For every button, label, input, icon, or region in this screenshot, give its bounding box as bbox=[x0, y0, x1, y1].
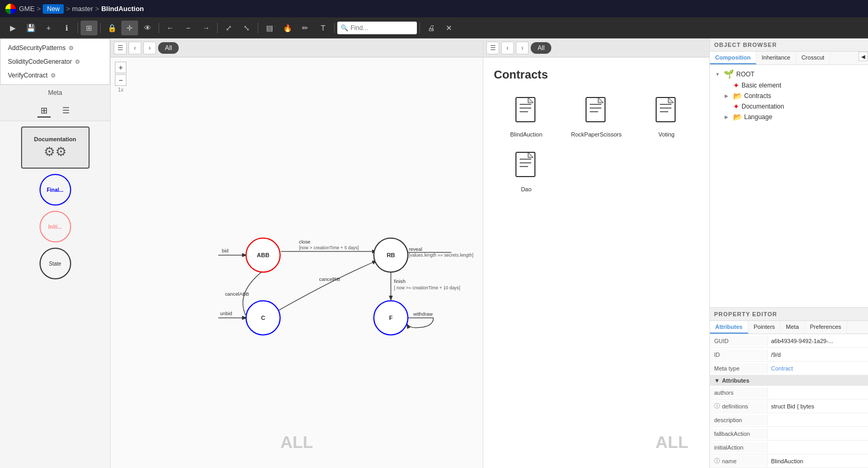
tree-root[interactable]: ▼ 🌱 ROOT bbox=[713, 68, 865, 80]
contract-rps-label: RockPaperScissors bbox=[571, 131, 622, 138]
pe-tab-meta[interactable]: Meta bbox=[781, 321, 804, 334]
fire-button[interactable]: 🔥 bbox=[279, 21, 296, 35]
sep2 bbox=[100, 23, 101, 33]
final-circle: Final... bbox=[40, 174, 71, 206]
contract-voting[interactable]: Voting bbox=[634, 92, 699, 142]
cross-button[interactable]: ✛ bbox=[121, 21, 138, 35]
zoom-level: 1x bbox=[115, 87, 126, 93]
pe-tab-attributes[interactable]: Attributes bbox=[710, 321, 748, 334]
center-tabs-bar: ☰ ‹ › All bbox=[111, 38, 483, 57]
panel-view-icons: ⊞ ☰ bbox=[0, 101, 110, 121]
pe-key-definitions: ⓘ definitions bbox=[710, 400, 768, 412]
center-list-btn[interactable]: ☰ bbox=[114, 42, 126, 54]
dash-button[interactable]: − bbox=[180, 21, 197, 35]
zoom-controls: + − 1x bbox=[115, 62, 126, 93]
doc-gears-icon: ⚙⚙ bbox=[44, 144, 67, 159]
contract-voting-label: Voting bbox=[658, 131, 675, 138]
ob-tab-crosscut[interactable]: Crosscut bbox=[796, 52, 830, 64]
pe-val-definitions[interactable]: struct Bid { bytes bbox=[768, 401, 868, 412]
pe-val-authors[interactable] bbox=[768, 391, 868, 395]
pe-tabs: Attributes Pointers Meta Preferences bbox=[710, 321, 868, 334]
pe-val-name[interactable]: BlindAuction bbox=[768, 456, 868, 466]
tree-contracts[interactable]: ▶ 📂 Contracts bbox=[723, 91, 865, 101]
section-label: Attributes bbox=[722, 377, 749, 384]
print-button[interactable]: 🖨 bbox=[423, 21, 440, 35]
close-toolbar-button[interactable]: ✕ bbox=[441, 21, 457, 35]
center-prev-btn[interactable]: ‹ bbox=[129, 42, 141, 54]
svg-text:C: C bbox=[261, 315, 265, 321]
tree-documentation[interactable]: ✦ Documentation bbox=[723, 101, 865, 112]
ob-collapse-btn[interactable]: ◀ bbox=[859, 52, 868, 61]
save-button[interactable]: 💾 bbox=[22, 21, 39, 35]
blindauction-icon bbox=[513, 96, 540, 128]
text-button[interactable]: T bbox=[315, 21, 331, 35]
gear-icon-1: ⚙ bbox=[75, 58, 80, 65]
contract-dao[interactable]: Dao bbox=[494, 147, 559, 197]
compress-button[interactable]: ⤡ bbox=[238, 21, 255, 35]
tree-basic-element[interactable]: ✦ Basic element bbox=[723, 80, 865, 91]
search-icon: 🔍 bbox=[340, 24, 348, 32]
breadcrumb-new[interactable]: New bbox=[43, 4, 64, 14]
center-tab-all[interactable]: All bbox=[158, 42, 179, 54]
breadcrumb-master: master bbox=[72, 5, 93, 13]
pe-val-metatype[interactable]: Contract bbox=[768, 363, 868, 374]
contracts-prev-btn[interactable]: ‹ bbox=[501, 42, 514, 54]
svg-text:reveal: reveal bbox=[409, 247, 422, 252]
play-button[interactable]: ▶ bbox=[4, 21, 21, 35]
pe-val-description[interactable] bbox=[768, 418, 868, 422]
info-button[interactable]: ℹ bbox=[58, 21, 75, 35]
top-bar: GME > New > master > BlindAuction bbox=[0, 0, 868, 17]
zoom-minus-btn[interactable]: − bbox=[115, 74, 126, 86]
forward-button[interactable]: → bbox=[198, 21, 214, 35]
diagram-area[interactable]: + − 1x bid close bbox=[111, 57, 483, 468]
contracts-list-btn[interactable]: ☰ bbox=[486, 42, 499, 54]
sep5 bbox=[258, 23, 258, 33]
pe-section-attributes: ▼ Attributes bbox=[710, 375, 868, 386]
pe-tab-preferences[interactable]: Preferences bbox=[805, 321, 847, 334]
palette-area: Documentation ⚙⚙ Final... Initi... State bbox=[0, 121, 110, 468]
back-button[interactable]: ← bbox=[162, 21, 179, 35]
grid-view-btn[interactable]: ⊞ bbox=[37, 104, 51, 118]
zoom-plus-btn[interactable]: + bbox=[115, 62, 126, 73]
expand-button[interactable]: ⤢ bbox=[220, 21, 237, 35]
definitions-info-icon: ⓘ bbox=[714, 402, 720, 410]
draw-button[interactable]: ✏ bbox=[297, 21, 314, 35]
sep6 bbox=[334, 23, 335, 33]
tree-language[interactable]: ▶ 📂 Language bbox=[723, 112, 865, 122]
meta-label: Meta bbox=[0, 85, 110, 101]
grid-button[interactable]: ⊞ bbox=[81, 21, 97, 35]
pe-key-fallback: fallbackAction bbox=[710, 428, 768, 439]
add-security-label: AddSecurityPatterns bbox=[8, 44, 65, 52]
eye-button[interactable]: 👁 bbox=[139, 21, 156, 35]
contracts-next-btn[interactable]: › bbox=[516, 42, 529, 54]
center-next-btn[interactable]: › bbox=[143, 42, 156, 54]
ob-tab-composition[interactable]: Composition bbox=[710, 52, 756, 64]
pe-val-fallback[interactable] bbox=[768, 432, 868, 436]
svg-text:[values.length == secrets.leng: [values.length == secrets.length] bbox=[409, 252, 473, 258]
ob-tab-inheritance[interactable]: Inheritance bbox=[756, 52, 796, 64]
menu-solidity[interactable]: SolidityCodeGenerator ⚙ bbox=[1, 55, 110, 69]
palette-button[interactable]: ▤ bbox=[261, 21, 278, 35]
palette-documentation[interactable]: Documentation ⚙⚙ bbox=[21, 126, 90, 169]
contract-rockpaperscissors[interactable]: RockPaperScissors bbox=[564, 92, 629, 142]
add-button[interactable]: + bbox=[40, 21, 57, 35]
breadcrumb-blindauction: BlindAuction bbox=[101, 5, 144, 13]
menu-add-security[interactable]: AddSecurityPatterns ⚙ bbox=[1, 41, 110, 55]
pe-val-id: /9/d bbox=[768, 349, 868, 360]
pe-body: GUID a6b49349-9492-1a29-... ID /9/d Meta… bbox=[710, 334, 868, 468]
lock-button[interactable]: 🔒 bbox=[103, 21, 120, 35]
svg-text:ABB: ABB bbox=[257, 252, 269, 258]
contracts-tab-all[interactable]: All bbox=[531, 42, 551, 54]
toolbar: ▶ 💾 + ℹ ⊞ 🔒 ✛ 👁 ← − → ⤢ ⤡ ▤ 🔥 ✏ T 🔍 🖨 ✕ bbox=[0, 17, 868, 38]
palette-final[interactable]: Final... bbox=[40, 174, 71, 206]
palette-state[interactable]: State bbox=[40, 248, 71, 279]
pe-tab-pointers[interactable]: Pointers bbox=[748, 321, 781, 334]
contract-blindauction[interactable]: BlindAuction bbox=[494, 92, 559, 142]
ob-tabs: Composition Inheritance Crosscut ◀ bbox=[710, 52, 868, 65]
menu-verify[interactable]: VerifyContract ⚙ bbox=[1, 69, 110, 82]
pe-val-initialaction[interactable] bbox=[768, 445, 868, 450]
root-icon: 🌱 bbox=[724, 69, 734, 79]
list-view-btn[interactable]: ☰ bbox=[59, 104, 73, 118]
find-input[interactable] bbox=[350, 24, 414, 32]
palette-initial[interactable]: Initi... bbox=[40, 211, 71, 242]
